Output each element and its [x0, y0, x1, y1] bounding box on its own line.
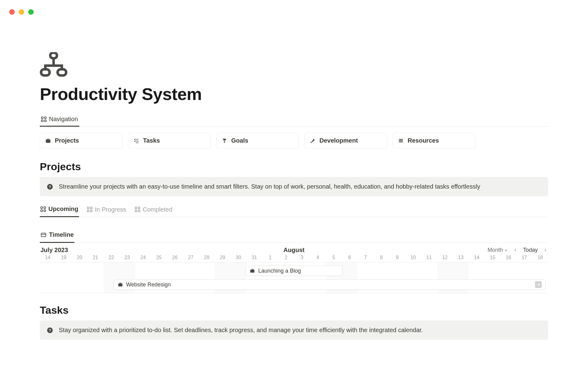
- checklist-icon: [133, 138, 139, 144]
- day-label: 18: [532, 255, 548, 260]
- timeline-month-center: August: [284, 247, 305, 254]
- svg-rect-3: [41, 117, 43, 119]
- grid-icon: [135, 207, 140, 212]
- svg-rect-23: [138, 210, 140, 212]
- filter-tab-completed[interactable]: Completed: [134, 204, 173, 217]
- day-label: 5: [326, 255, 342, 260]
- question-circle-icon: ?: [47, 327, 53, 334]
- svg-rect-22: [135, 210, 137, 212]
- day-label: 12: [437, 255, 453, 260]
- day-label: 3: [294, 255, 310, 260]
- nav-card-development[interactable]: Development: [304, 133, 387, 148]
- timeline-today-button[interactable]: Today: [523, 247, 538, 253]
- svg-rect-0: [50, 53, 57, 58]
- day-label: 14: [40, 255, 56, 260]
- nav-card-label: Tasks: [143, 137, 160, 144]
- timeline-tab-row: Timeline: [40, 229, 548, 243]
- timeline-day-ruler: 1419202122232425262728293031123456789101…: [40, 255, 548, 263]
- svg-rect-9: [399, 141, 403, 142]
- day-label: 17: [516, 255, 532, 260]
- svg-rect-8: [399, 140, 403, 141]
- grid-icon: [41, 117, 47, 122]
- tab-timeline-label: Timeline: [49, 231, 74, 238]
- nav-card-goals[interactable]: Goals: [216, 133, 299, 148]
- tab-timeline[interactable]: Timeline: [40, 229, 74, 243]
- projects-callout: ? Streamline your projects with an easy-…: [40, 177, 548, 196]
- day-label: 29: [215, 255, 231, 260]
- nav-card-tasks[interactable]: Tasks: [128, 133, 211, 148]
- trophy-icon: [221, 138, 228, 144]
- svg-text:?: ?: [49, 328, 51, 332]
- chevron-left-icon[interactable]: [513, 248, 518, 252]
- tasks-callout: ? Stay organized with a prioritized to-d…: [40, 320, 548, 340]
- day-label: 25: [151, 255, 167, 260]
- projects-filter-tabs: Upcoming In Progress Completed: [40, 204, 548, 217]
- day-label: 27: [183, 255, 199, 260]
- question-circle-icon: ?: [47, 183, 53, 190]
- timeline-body[interactable]: Launching a Blog Website Redesign: [40, 263, 548, 293]
- day-label: 4: [310, 255, 326, 260]
- filter-tab-in-progress[interactable]: In Progress: [86, 204, 127, 217]
- day-label: 21: [88, 255, 104, 260]
- day-label: 14: [469, 255, 485, 260]
- close-window-dot[interactable]: [9, 9, 15, 15]
- tab-navigation[interactable]: Navigation: [40, 113, 79, 127]
- timeline-bar-website-redesign[interactable]: Website Redesign: [114, 279, 546, 290]
- timeline-scale-select[interactable]: Month: [488, 247, 508, 253]
- svg-rect-20: [135, 207, 137, 209]
- nav-card-label: Resources: [408, 137, 439, 144]
- svg-rect-18: [87, 210, 89, 212]
- timeline-icon: [40, 232, 47, 238]
- tab-navigation-label: Navigation: [49, 116, 78, 123]
- day-label: 19: [56, 255, 72, 260]
- page-title: Productivity System: [40, 84, 548, 104]
- svg-text:?: ?: [49, 184, 51, 189]
- day-label: 31: [246, 255, 262, 260]
- nav-card-resources[interactable]: Resources: [393, 133, 475, 148]
- svg-rect-7: [399, 139, 403, 140]
- briefcase-icon: [250, 268, 255, 274]
- minimize-window-dot[interactable]: [19, 9, 24, 15]
- arrow-right-icon: [535, 281, 542, 288]
- projects-heading: Projects: [40, 161, 548, 173]
- filter-tab-upcoming[interactable]: Upcoming: [40, 204, 79, 217]
- tasks-heading: Tasks: [40, 304, 548, 316]
- briefcase-icon: [45, 138, 51, 144]
- svg-rect-4: [44, 117, 46, 119]
- day-label: 23: [119, 255, 135, 260]
- grid-icon: [87, 207, 92, 212]
- day-label: 28: [199, 255, 215, 260]
- nav-card-projects[interactable]: Projects: [40, 133, 123, 148]
- timeline-scale-label: Month: [488, 247, 503, 253]
- chevron-right-icon[interactable]: [543, 248, 548, 252]
- day-label: 20: [72, 255, 88, 260]
- timeline-bar-launching-a-blog[interactable]: Launching a Blog: [246, 266, 342, 276]
- nav-card-label: Projects: [55, 137, 79, 144]
- day-label: 9: [389, 255, 405, 260]
- tasks-callout-text: Stay organized with a prioritized to-do …: [59, 327, 423, 334]
- day-label: 8: [373, 255, 389, 260]
- day-label: 30: [231, 255, 247, 260]
- day-label: 16: [500, 255, 516, 260]
- chevron-down-icon: [504, 248, 508, 252]
- day-label: 15: [485, 255, 501, 260]
- timeline-header: July 2023 August Month Today: [40, 243, 548, 255]
- svg-rect-16: [87, 207, 89, 209]
- svg-rect-5: [41, 120, 43, 122]
- stack-icon: [398, 138, 404, 144]
- svg-rect-14: [41, 210, 43, 212]
- nav-card-row: Projects Tasks Goals Developme: [40, 133, 548, 148]
- nav-card-label: Goals: [231, 137, 248, 144]
- zoom-window-dot[interactable]: [28, 9, 34, 15]
- day-label: 1: [262, 255, 278, 260]
- day-label: 2: [278, 255, 294, 260]
- timeline-bar-label: Launching a Blog: [258, 268, 301, 274]
- briefcase-icon: [118, 282, 123, 287]
- svg-rect-6: [44, 120, 46, 122]
- day-label: 22: [104, 255, 119, 260]
- day-label: 13: [453, 255, 469, 260]
- navigation-tab-row: Navigation: [40, 113, 548, 127]
- svg-rect-19: [90, 210, 92, 212]
- tool-icon: [310, 138, 316, 144]
- day-label: 11: [421, 255, 437, 260]
